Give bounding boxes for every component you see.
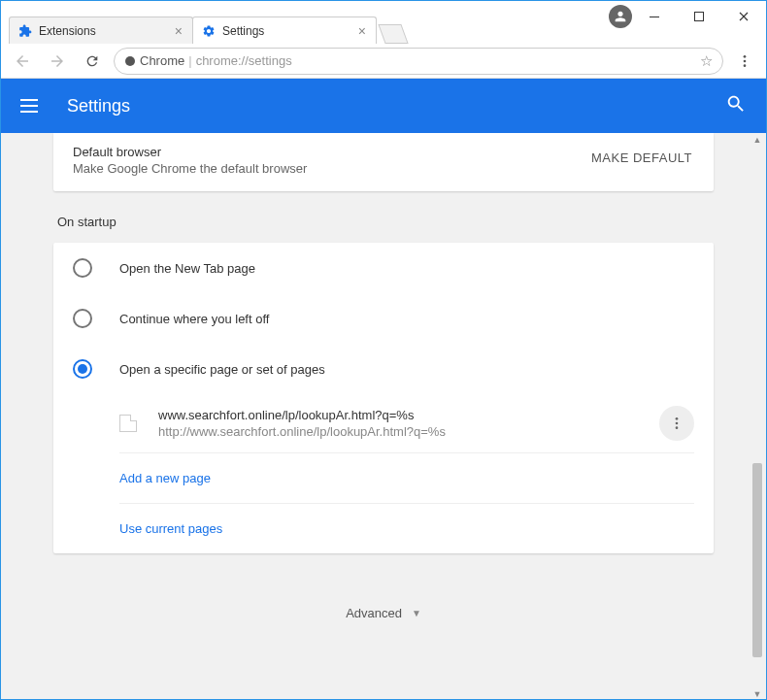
startup-pages-list: www.searchfort.online/lp/lookupAr.html?q… [53, 394, 714, 553]
card-subtext: Make Google Chrome the default browser [73, 161, 589, 176]
advanced-label: Advanced [346, 606, 402, 620]
user-avatar-icon[interactable] [609, 5, 632, 28]
tab-label: Extensions [39, 24, 173, 38]
chevron-down-icon: ▼ [412, 608, 421, 618]
radio-label: Open the New Tab page [119, 261, 255, 276]
bookmark-star-icon[interactable]: ☆ [700, 52, 713, 70]
advanced-toggle[interactable]: Advanced ▼ [53, 577, 714, 650]
svg-point-8 [676, 426, 679, 429]
svg-rect-1 [695, 13, 704, 21]
svg-point-7 [676, 422, 679, 425]
radio-open-new-tab[interactable]: Open the New Tab page [53, 243, 714, 293]
card-heading: Default browser [73, 145, 589, 159]
use-current-pages-link[interactable]: Use current pages [119, 504, 694, 553]
reload-button[interactable] [79, 48, 106, 75]
scroll-thumb[interactable] [752, 463, 762, 657]
page-favicon-icon [119, 415, 137, 432]
svg-rect-0 [650, 17, 659, 17]
browser-tabs: Extensions × Settings × [1, 1, 405, 44]
svg-point-2 [125, 56, 135, 66]
forward-button[interactable] [44, 48, 71, 75]
radio-icon [73, 258, 92, 278]
browser-toolbar: Chrome | chrome://settings ☆ [1, 44, 766, 79]
radio-continue[interactable]: Continue where you left off [53, 293, 714, 344]
close-window-button[interactable] [721, 1, 766, 32]
section-on-startup-label: On startup [57, 215, 710, 229]
make-default-button[interactable]: MAKE DEFAULT [589, 145, 694, 171]
puzzle-icon [17, 23, 33, 39]
browser-menu-button[interactable] [731, 48, 758, 75]
add-new-page-link[interactable]: Add a new page [119, 453, 694, 504]
radio-specific-pages[interactable]: Open a specific page or set of pages [53, 344, 714, 394]
page-url-text: http://www.searchfort.online/lp/lookupAr… [158, 424, 659, 439]
svg-point-5 [744, 64, 747, 67]
site-info-icon[interactable]: Chrome [124, 53, 184, 68]
menu-icon[interactable] [20, 94, 44, 117]
scrollbar[interactable]: ▲ ▼ [750, 133, 764, 700]
window-controls [632, 1, 766, 32]
svg-point-4 [744, 59, 747, 62]
settings-content: Default browser Make Google Chrome the d… [1, 133, 766, 700]
search-icon[interactable] [725, 93, 747, 118]
page-title-text: www.searchfort.online/lp/lookupAr.html?q… [158, 408, 659, 422]
tab-label: Settings [222, 24, 356, 38]
address-bar[interactable]: Chrome | chrome://settings ☆ [114, 48, 723, 75]
protocol-label: Chrome [140, 53, 184, 68]
settings-app-bar: Settings [1, 79, 766, 133]
close-icon[interactable]: × [356, 23, 368, 39]
maximize-button[interactable] [677, 1, 721, 32]
url-text: chrome://settings [196, 53, 292, 68]
tab-settings[interactable]: Settings × [192, 17, 377, 44]
page-title: Settings [67, 96, 130, 117]
default-browser-card: Default browser Make Google Chrome the d… [53, 133, 714, 191]
svg-point-3 [744, 55, 747, 58]
back-button[interactable] [9, 48, 36, 75]
page-more-button[interactable] [659, 406, 694, 441]
new-tab-button[interactable] [378, 24, 408, 44]
radio-label: Continue where you left off [119, 312, 269, 326]
startup-page-item: www.searchfort.online/lp/lookupAr.html?q… [119, 394, 694, 453]
svg-point-6 [676, 417, 679, 420]
radio-icon [73, 309, 92, 328]
tab-extensions[interactable]: Extensions × [9, 17, 193, 44]
gear-icon [201, 23, 217, 39]
scroll-down-arrow[interactable]: ▼ [750, 687, 764, 700]
on-startup-card: Open the New Tab page Continue where you… [53, 243, 714, 553]
window-titlebar: Extensions × Settings × [1, 1, 766, 44]
minimize-button[interactable] [632, 1, 677, 32]
close-icon[interactable]: × [173, 23, 184, 39]
radio-label: Open a specific page or set of pages [119, 362, 325, 377]
radio-icon [73, 359, 92, 379]
scroll-up-arrow[interactable]: ▲ [750, 133, 764, 147]
